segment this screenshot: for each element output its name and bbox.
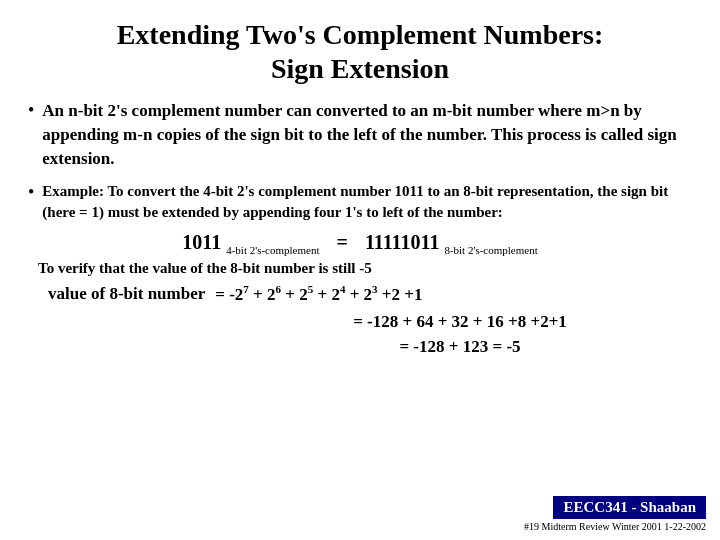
footer: EECC341 - Shaaban #19 Midterm Review Win… — [524, 496, 706, 532]
slide-title: Extending Two's Complement Numbers: Sign… — [28, 18, 692, 85]
math-left: 1011 — [182, 231, 221, 253]
eq3: = -128 + 123 = -5 — [228, 334, 692, 360]
verify-text: To verify that the value of the 8-bit nu… — [38, 260, 692, 277]
math-eq: = — [337, 231, 348, 253]
bullet-dot-1: • — [28, 100, 34, 121]
math-right-sub: 8-bit 2's-complement — [444, 244, 537, 256]
math-right: 11111011 — [365, 231, 439, 253]
eq3-text: = -128 + 123 = -5 — [399, 337, 520, 356]
bullet-text-1: An n-bit 2's complement number can conve… — [42, 99, 692, 170]
footer-small: #19 Midterm Review Winter 2001 1-22-2002 — [524, 521, 706, 532]
example-bullet: • Example: To convert the 4-bit 2's comp… — [28, 181, 692, 223]
bullet-item-1: • An n-bit 2's complement number can con… — [28, 99, 692, 170]
example-intro-text: Example: To convert the 4-bit 2's comple… — [42, 181, 692, 223]
footer-badge: EECC341 - Shaaban — [553, 496, 706, 519]
value-equations: value of 8-bit number = -27 + 26 + 25 + … — [48, 281, 692, 360]
slide: Extending Two's Complement Numbers: Sign… — [0, 0, 720, 540]
bullet-section-1: • An n-bit 2's complement number can con… — [28, 99, 692, 170]
math-equation-line: 1011 4-bit 2's-complement = 11111011 8-b… — [28, 231, 692, 256]
eq-row-1: value of 8-bit number = -27 + 26 + 25 + … — [48, 281, 692, 307]
value-label: value of 8-bit number — [48, 281, 205, 307]
title-line1: Extending Two's Complement Numbers: — [28, 18, 692, 52]
bullet-dot-2: • — [28, 182, 34, 203]
eq2-text: = -128 + 64 + 32 + 16 +8 +2+1 — [353, 312, 567, 331]
eq2: = -128 + 64 + 32 + 16 +8 +2+1 — [228, 309, 692, 335]
title-line2: Sign Extension — [28, 52, 692, 86]
bullet-section-2: • Example: To convert the 4-bit 2's comp… — [28, 181, 692, 360]
math-left-sub: 4-bit 2's-complement — [226, 244, 319, 256]
eq1: = -27 + 26 + 25 + 24 + 23 +2 +1 — [215, 281, 422, 307]
